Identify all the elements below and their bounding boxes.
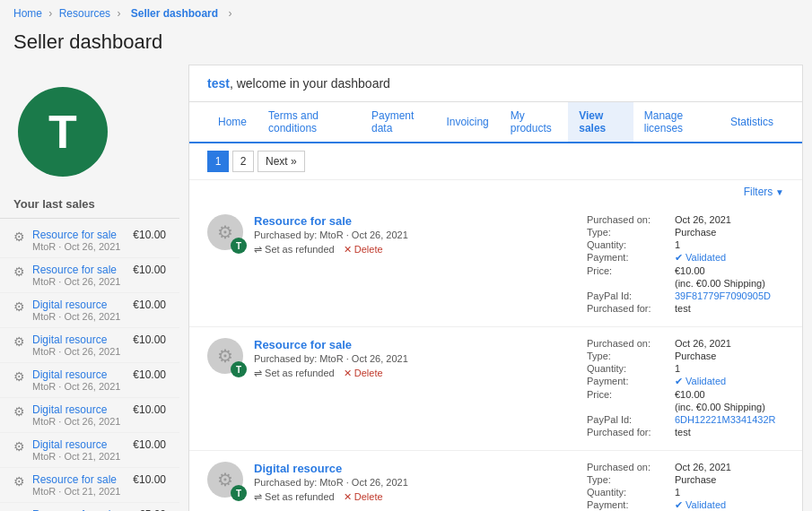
- detail-price-label: Price:: [587, 389, 668, 400]
- set-as-refunded-link[interactable]: ⇌ Set as refunded: [254, 244, 335, 256]
- detail-for-value: test: [675, 303, 691, 314]
- delete-link[interactable]: ✕ Delete: [344, 491, 383, 503]
- detail-purchased-on-label: Purchased on:: [587, 338, 668, 349]
- sale-name[interactable]: Digital resource: [254, 462, 573, 475]
- tab-my-products[interactable]: My products: [500, 102, 568, 143]
- next-page-button[interactable]: Next »: [258, 151, 305, 172]
- sale-purchased-by: Purchased by: MtoR · Oct 26, 2021: [254, 230, 573, 240]
- detail-shipping-value: (inc. €0.00 Shipping): [675, 278, 765, 289]
- page-button-1[interactable]: 1: [207, 151, 229, 172]
- detail-type-label: Type:: [587, 227, 668, 238]
- detail-type-value: Purchase: [675, 474, 716, 485]
- sale-detail: Purchased on: Oct 26, 2021 Type: Purchas…: [587, 214, 784, 316]
- breadcrumb-resources[interactable]: Resources: [59, 7, 110, 20]
- detail-payment-value: Validated: [675, 376, 726, 387]
- gear-icon: ⚙: [13, 299, 25, 314]
- tab-terms-and-conditions[interactable]: Terms and conditions: [258, 102, 361, 143]
- sidebar-item-name[interactable]: Resource for sale: [32, 229, 126, 241]
- sale-purchased-by: Purchased by: MtoR · Oct 26, 2021: [254, 477, 573, 488]
- sidebar-item-name[interactable]: Resource for sale: [32, 473, 126, 486]
- delete-link[interactable]: ✕ Delete: [344, 368, 383, 379]
- sidebar-list-item: ⚙ Resource for sale MtoR · Oct 26, 2021 …: [0, 258, 179, 293]
- detail-for-label: Purchased for:: [587, 427, 668, 437]
- sidebar-item-name[interactable]: Digital resource: [32, 333, 126, 346]
- delete-link[interactable]: ✕ Delete: [344, 244, 383, 256]
- sidebar-list-item: ⚙ Resource for sale MtoR · Oct 26, 2021 …: [0, 223, 179, 258]
- detail-price-value: €10.00: [675, 265, 705, 276]
- sidebar-item-meta: MtoR · Oct 26, 2021: [32, 241, 126, 252]
- sidebar-item-price: €10.00: [133, 438, 166, 451]
- detail-type-value: Purchase: [675, 227, 716, 238]
- sale-name[interactable]: Resource for sale: [254, 214, 573, 228]
- gear-icon: ⚙: [13, 264, 25, 279]
- gear-icon: ⚙: [13, 474, 25, 489]
- detail-price-value: €10.00: [675, 389, 705, 400]
- detail-purchased-on-label: Purchased on:: [587, 462, 668, 472]
- detail-quantity-label: Quantity:: [587, 239, 668, 250]
- set-as-refunded-link[interactable]: ⇌ Set as refunded: [254, 368, 335, 379]
- sale-avatar: T: [231, 485, 247, 501]
- detail-paypal-label: PayPal Id:: [587, 290, 668, 301]
- sidebar-item-name[interactable]: Digital resource: [32, 299, 126, 311]
- gear-icon: ⚙: [13, 230, 25, 244]
- sale-actions: ⇌ Set as refunded ✕ Delete: [254, 368, 573, 379]
- detail-quantity-value: 1: [675, 239, 680, 250]
- avatar: T: [18, 87, 108, 177]
- sidebar-list-item: ⚙ Digital resource MtoR · Oct 26, 2021 €…: [0, 363, 179, 398]
- sidebar-item-name[interactable]: Resource for sale: [32, 264, 126, 276]
- sale-item: ⚙ T Resource for sale Purchased by: MtoR…: [189, 327, 802, 451]
- detail-for-label: Purchased for:: [587, 303, 668, 314]
- tab-manage-licenses[interactable]: Manage licenses: [633, 102, 720, 143]
- sidebar-item-meta: MtoR · Oct 26, 2021: [32, 276, 126, 287]
- sidebar-item-meta: MtoR · Oct 26, 2021: [32, 311, 126, 322]
- breadcrumb-home[interactable]: Home: [13, 7, 42, 20]
- sidebar-item-meta: MtoR · Oct 26, 2021: [32, 381, 126, 392]
- detail-payment-value: Validated: [675, 252, 726, 264]
- sales-list: ⚙ T Resource for sale Purchased by: MtoR…: [189, 204, 802, 511]
- detail-type-label: Type:: [587, 474, 668, 485]
- sale-item: ⚙ T Resource for sale Purchased by: MtoR…: [189, 204, 802, 327]
- tab-payment-data[interactable]: Payment data: [361, 102, 435, 143]
- tab-statistics[interactable]: Statistics: [720, 108, 784, 137]
- gear-icon: ⚙: [13, 404, 25, 419]
- sidebar-list-item: ⚙ Digital resource MtoR · Oct 26, 2021 €…: [0, 398, 179, 433]
- detail-purchased-on-value: Oct 26, 2021: [675, 338, 731, 349]
- sale-info: Resource for sale Purchased by: MtoR · O…: [254, 338, 573, 379]
- sale-info: Digital resource Purchased by: MtoR · Oc…: [254, 462, 573, 503]
- main-content: test, welcome in your dashboard HomeTerm…: [188, 65, 803, 511]
- detail-quantity-label: Quantity:: [587, 487, 668, 498]
- sidebar-title: Your last sales: [0, 190, 179, 219]
- detail-purchased-on-value: Oct 26, 2021: [675, 214, 731, 225]
- sidebar: T Your last sales ⚙ Resource for sale Mt…: [0, 65, 179, 511]
- sidebar-item-name[interactable]: Digital resource: [32, 403, 126, 416]
- tab-invoicing[interactable]: Invoicing: [435, 108, 499, 137]
- sale-actions: ⇌ Set as refunded ✕ Delete: [254, 491, 573, 503]
- detail-type-label: Type:: [587, 351, 668, 361]
- detail-paypal-label: PayPal Id:: [587, 414, 668, 425]
- sale-icon: ⚙ T: [207, 214, 243, 250]
- detail-payment-label: Payment:: [587, 499, 668, 511]
- page-button-2[interactable]: 2: [232, 151, 254, 172]
- set-as-refunded-link[interactable]: ⇌ Set as refunded: [254, 491, 335, 503]
- sidebar-list-item: ⚙ Resource for sale MtoR · Apr 25, 2021 …: [0, 503, 179, 511]
- sidebar-list-item: ⚙ Digital resource MtoR · Oct 26, 2021 €…: [0, 293, 179, 328]
- welcome-message: , welcome in your dashboard: [230, 76, 390, 91]
- breadcrumb: Home › Resources › Seller dashboard ›: [0, 0, 812, 27]
- sale-name[interactable]: Resource for sale: [254, 338, 573, 351]
- sidebar-item-name[interactable]: Digital resource: [32, 368, 126, 381]
- tab-home[interactable]: Home: [207, 108, 258, 137]
- gear-icon: ⚙: [13, 439, 25, 454]
- welcome-username: test: [207, 76, 230, 91]
- sale-info: Resource for sale Purchased by: MtoR · O…: [254, 214, 573, 256]
- filter-button[interactable]: Filters: [744, 186, 784, 198]
- sale-icon: ⚙ T: [207, 338, 243, 374]
- tab-view-sales[interactable]: View sales: [568, 102, 633, 143]
- gear-icon: ⚙: [13, 369, 25, 384]
- sale-detail: Purchased on: Oct 26, 2021 Type: Purchas…: [587, 462, 784, 511]
- detail-shipping-value: (inc. €0.00 Shipping): [675, 402, 765, 412]
- sidebar-item-price: €10.00: [133, 473, 166, 486]
- sidebar-item-name[interactable]: Digital resource: [32, 438, 126, 451]
- sidebar-item-price: €10.00: [133, 299, 166, 311]
- pagination: 12Next »: [189, 143, 802, 180]
- sale-avatar: T: [231, 238, 247, 254]
